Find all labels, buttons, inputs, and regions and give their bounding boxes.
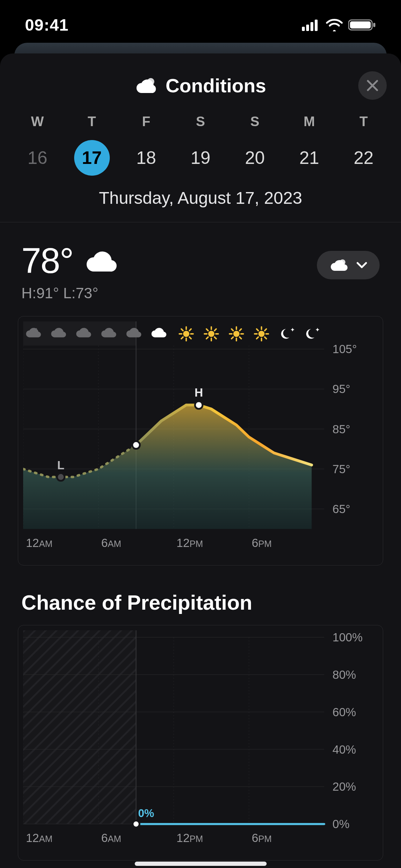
partly-cloudy-icon (329, 258, 349, 272)
svg-text:100%: 100% (333, 631, 363, 644)
svg-text:40%: 40% (333, 743, 356, 756)
day-number: 16 (20, 140, 55, 176)
day-column[interactable]: F18 (127, 114, 166, 176)
day-letter: F (142, 114, 150, 129)
svg-rect-3 (315, 20, 318, 31)
day-number: 22 (346, 140, 381, 176)
svg-text:6PM: 6PM (252, 536, 272, 549)
svg-line-60 (240, 329, 241, 331)
day-selector[interactable]: W16T17F18S19S20M21T22 (0, 103, 401, 179)
svg-line-58 (231, 329, 233, 331)
temperature-chart[interactable]: HL105°95°85°75°65°12AM6AM12PM6PM✦✦ (18, 316, 383, 565)
day-column[interactable]: S20 (235, 114, 274, 176)
day-letter: W (31, 114, 44, 129)
svg-line-36 (189, 337, 191, 339)
day-number: 21 (292, 140, 327, 176)
svg-point-52 (233, 331, 239, 337)
sun-icon (179, 327, 193, 341)
svg-text:95°: 95° (333, 382, 350, 396)
svg-text:80%: 80% (333, 668, 356, 681)
svg-line-40 (181, 329, 183, 331)
day-letter: S (196, 114, 205, 129)
sheet-header: Conditions (0, 68, 401, 103)
close-icon (366, 79, 379, 92)
sun-icon (204, 327, 218, 341)
svg-line-69 (265, 329, 267, 331)
svg-text:60%: 60% (333, 706, 356, 719)
battery-icon (348, 19, 376, 31)
svg-text:6AM: 6AM (101, 536, 121, 549)
svg-line-67 (257, 329, 258, 331)
svg-line-65 (257, 337, 258, 339)
svg-point-21 (195, 401, 202, 409)
svg-text:L: L (57, 459, 64, 472)
svg-line-42 (189, 329, 191, 331)
current-temperature: 78° (21, 240, 73, 281)
high-low-label: H:91° L:73° (21, 285, 119, 302)
svg-text:105°: 105° (333, 342, 357, 356)
svg-line-47 (206, 337, 208, 339)
cloud-icon (84, 248, 119, 274)
precipitation-title: Chance of Precipitation (0, 565, 401, 625)
svg-text:✦: ✦ (315, 327, 320, 333)
svg-text:85°: 85° (333, 423, 350, 436)
svg-text:0%: 0% (138, 807, 154, 820)
svg-text:6PM: 6PM (252, 831, 272, 844)
svg-text:12PM: 12PM (176, 536, 203, 549)
day-letter: S (250, 114, 259, 129)
svg-text:✦: ✦ (290, 327, 295, 333)
svg-rect-5 (350, 21, 371, 29)
moon-stars-icon: ✦ (306, 327, 320, 339)
svg-rect-1 (306, 25, 309, 31)
day-column[interactable]: T17 (72, 114, 112, 176)
chevron-down-icon (356, 262, 367, 269)
svg-text:12AM: 12AM (26, 536, 53, 549)
day-letter: T (88, 114, 96, 129)
svg-line-63 (265, 337, 267, 339)
home-indicator (135, 862, 267, 866)
conditions-dropdown[interactable] (317, 251, 380, 279)
cellular-icon (302, 19, 320, 31)
status-indicators (302, 19, 376, 31)
svg-line-56 (231, 337, 233, 339)
svg-point-87 (133, 821, 139, 827)
svg-text:75°: 75° (333, 463, 350, 476)
day-number: 19 (183, 140, 219, 176)
cloud-icon (135, 77, 159, 94)
day-column[interactable]: T22 (344, 114, 383, 176)
svg-rect-2 (310, 22, 313, 31)
svg-text:12PM: 12PM (176, 831, 203, 844)
svg-rect-0 (302, 27, 305, 31)
status-time: 09:41 (25, 15, 69, 35)
svg-rect-74 (23, 630, 136, 824)
day-number: 20 (237, 140, 273, 176)
day-number: 17 (74, 140, 110, 176)
day-column[interactable]: W16 (18, 114, 57, 176)
svg-line-54 (240, 337, 241, 339)
day-letter: M (304, 114, 315, 129)
svg-text:0%: 0% (333, 817, 350, 831)
svg-line-38 (181, 337, 183, 339)
svg-point-43 (208, 331, 214, 337)
sheet-title: Conditions (166, 74, 266, 97)
svg-point-34 (183, 331, 189, 337)
svg-text:20%: 20% (333, 780, 356, 794)
current-conditions: 78° H:91° L:73° (0, 222, 401, 312)
svg-point-20 (132, 441, 140, 449)
sun-icon (255, 327, 268, 341)
day-column[interactable]: M21 (290, 114, 329, 176)
selected-date-label: Thursday, August 17, 2023 (0, 188, 401, 208)
svg-point-23 (57, 473, 65, 481)
moon-stars-icon: ✦ (281, 327, 295, 339)
wifi-icon (325, 19, 343, 31)
cloud-white-icon (151, 328, 166, 337)
svg-point-61 (258, 331, 264, 337)
precipitation-chart[interactable]: 0%100%80%60%40%20%0%12AM6AM12PM6PM (18, 625, 383, 861)
svg-text:6AM: 6AM (101, 831, 121, 844)
close-button[interactable] (358, 71, 387, 100)
svg-text:65°: 65° (333, 502, 350, 516)
day-column[interactable]: S19 (181, 114, 220, 176)
svg-line-49 (206, 329, 208, 331)
svg-text:12AM: 12AM (26, 831, 53, 844)
sun-icon (230, 327, 243, 341)
